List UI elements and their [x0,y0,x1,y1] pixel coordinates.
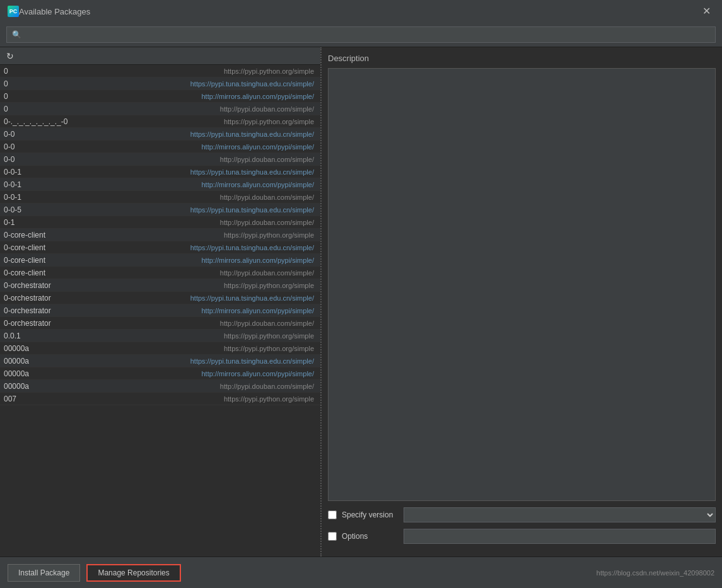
list-item[interactable]: 0-0https://pypi.tuna.tsinghua.edu.cn/sim… [0,128,320,141]
options-label: Options [342,532,399,541]
package-source: http://pypi.douban.com/simple/ [220,193,314,201]
package-source: http://mirrors.aliyun.com/pypi/simple/ [202,307,315,314]
package-name: 0-orchestrator [4,294,51,303]
list-item[interactable]: 0https://pypi.tuna.tsinghua.edu.cn/simpl… [0,78,320,90]
list-item[interactable]: 0-0http://pypi.douban.com/simple/ [0,153,320,166]
list-item[interactable]: 007https://pypi.python.org/simple [0,393,320,405]
package-name: 0-0 [4,142,15,151]
refresh-icon[interactable]: ↻ [6,51,14,61]
options-checkbox[interactable] [328,532,337,541]
specify-version-row: Specify version [328,507,716,522]
list-item[interactable]: 0-1http://pypi.douban.com/simple/ [0,216,320,229]
list-item[interactable]: 0-0-1http://pypi.douban.com/simple/ [0,191,320,204]
package-source: https://pypi.python.org/simple [224,67,314,75]
package-name: 0-orchestrator [4,306,51,315]
search-input[interactable] [6,26,716,43]
description-label: Description [328,54,716,63]
package-list[interactable]: 0https://pypi.python.org/simple0https://… [0,65,320,556]
package-source: https://pypi.python.org/simple [224,332,314,340]
package-name: 0 [4,105,8,113]
package-name: 0-orchestrator [4,281,51,290]
package-name: 0 [4,79,8,88]
package-source: https://pypi.tuna.tsinghua.edu.cn/simple… [190,80,314,88]
left-panel: ↻ 0https://pypi.python.org/simple0https:… [0,47,322,556]
package-name: 0 [4,67,8,76]
package-name: 00000a [4,382,29,391]
package-name: 0-0-1 [4,180,21,189]
list-item[interactable]: 0http://pypi.douban.com/simple/ [0,103,320,115]
list-item[interactable]: 0-core-clienthttp://pypi.douban.com/simp… [0,267,320,279]
package-name: 0-orchestrator [4,319,51,328]
manage-repositories-button[interactable]: Manage Repositories [86,564,180,582]
package-name: 0-0-5 [4,205,21,214]
package-source: https://pypi.tuna.tsinghua.edu.cn/simple… [190,130,314,138]
list-item[interactable]: 00000ahttp://pypi.douban.com/simple/ [0,380,320,393]
bottom-left: Install Package Manage Repositories [8,564,181,582]
list-item[interactable]: 0.0.1https://pypi.python.org/simple [0,330,320,342]
package-source: http://pypi.douban.com/simple/ [220,105,314,113]
list-item[interactable]: 0-._._._._._._._._-0https://pypi.python.… [0,115,320,128]
list-item[interactable]: 0http://mirrors.aliyun.com/pypi/simple/ [0,90,320,103]
version-select[interactable] [404,507,716,522]
main-content: ↻ 0https://pypi.python.org/simple0https:… [0,47,722,556]
app-icon: PC [8,6,19,17]
list-item[interactable]: 00000ahttps://pypi.tuna.tsinghua.edu.cn/… [0,355,320,367]
list-item[interactable]: 0-0-5https://pypi.tuna.tsinghua.edu.cn/s… [0,204,320,216]
specify-version-label: Specify version [342,510,399,519]
package-source: https://pypi.python.org/simple [224,231,314,239]
package-name: 0-core-client [4,256,45,265]
package-source: https://pypi.tuna.tsinghua.edu.cn/simple… [190,357,314,365]
package-name: 0.0.1 [4,331,21,340]
options-section: Specify version Options [328,507,716,550]
package-source: http://mirrors.aliyun.com/pypi/simple/ [202,370,315,378]
list-item[interactable]: 0https://pypi.python.org/simple [0,65,320,78]
list-item[interactable]: 00000ahttps://pypi.python.org/simple [0,342,320,355]
search-bar [0,23,722,47]
package-name: 0-0 [4,130,15,139]
list-item[interactable]: 0-0-1https://pypi.tuna.tsinghua.edu.cn/s… [0,166,320,178]
list-item[interactable]: 0-core-clienthttp://mirrors.aliyun.com/p… [0,254,320,267]
footer-url: https://blog.csdn.net/weixin_42098002 [597,569,714,577]
description-area [328,68,716,501]
package-source: http://mirrors.aliyun.com/pypi/simple/ [202,257,315,264]
options-row: Options [328,529,716,544]
close-button[interactable]: ✕ [699,5,714,18]
package-name: 00000a [4,357,29,366]
list-item[interactable]: 0-orchestratorhttp://mirrors.aliyun.com/… [0,304,320,317]
install-button[interactable]: Install Package [8,564,80,582]
options-input[interactable] [404,529,716,544]
specify-version-checkbox[interactable] [328,510,337,519]
package-name: 0-0-1 [4,168,21,176]
package-source: http://pypi.douban.com/simple/ [220,383,314,390]
list-item[interactable]: 0-0-1http://mirrors.aliyun.com/pypi/simp… [0,178,320,191]
list-item[interactable]: 0-orchestratorhttps://pypi.tuna.tsinghua… [0,292,320,304]
main-window: PC Available Packages ✕ ↻ 0https://pypi.… [0,0,722,588]
package-source: http://pypi.douban.com/simple/ [220,320,314,327]
package-name: 0-._._._._._._._._-0 [4,117,67,126]
package-name: 0-core-client [4,268,45,277]
package-source: https://pypi.python.org/simple [224,345,314,352]
list-item[interactable]: 0-core-clienthttps://pypi.tuna.tsinghua.… [0,241,320,254]
right-panel: Description Specify version Options [322,47,722,556]
package-name: 007 [4,395,16,403]
package-name: 0-core-client [4,243,45,252]
package-source: https://pypi.python.org/simple [224,282,314,289]
package-source: http://pypi.douban.com/simple/ [220,219,314,226]
list-item[interactable]: 0-orchestratorhttp://pypi.douban.com/sim… [0,317,320,330]
list-item[interactable]: 0-core-clienthttps://pypi.python.org/sim… [0,229,320,241]
package-name: 0-0-1 [4,193,21,202]
package-name: 0-core-client [4,231,45,239]
package-name: 00000a [4,344,29,353]
package-name: 0-1 [4,218,15,227]
package-name: 0-0 [4,155,15,164]
package-name: 00000a [4,369,29,378]
package-source: https://pypi.tuna.tsinghua.edu.cn/simple… [190,168,314,176]
package-source: https://pypi.tuna.tsinghua.edu.cn/simple… [190,244,314,251]
list-item[interactable]: 00000ahttp://mirrors.aliyun.com/pypi/sim… [0,367,320,380]
package-source: http://mirrors.aliyun.com/pypi/simple/ [202,181,315,188]
list-item[interactable]: 0-orchestratorhttps://pypi.python.org/si… [0,279,320,292]
package-source: https://pypi.tuna.tsinghua.edu.cn/simple… [190,294,314,302]
list-item[interactable]: 0-0http://mirrors.aliyun.com/pypi/simple… [0,141,320,153]
package-source: https://pypi.tuna.tsinghua.edu.cn/simple… [190,206,314,214]
package-source: https://pypi.python.org/simple [224,118,314,125]
